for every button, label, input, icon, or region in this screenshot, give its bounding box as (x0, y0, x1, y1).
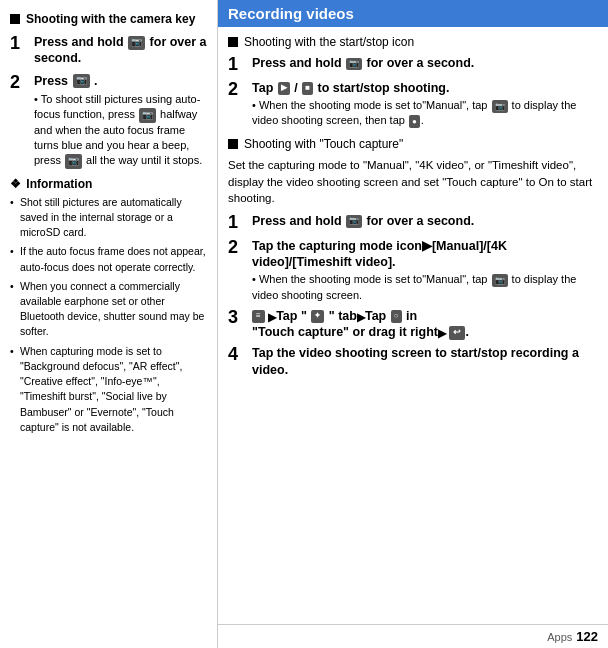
display-icon-r2: 📷 (492, 274, 508, 287)
right-step-2-4-text: Tap the video shooting screen to start/s… (252, 345, 598, 378)
info-bullet-4: When capturing mode is set to "Backgroun… (10, 344, 207, 435)
right-step-2-3-text: ≡ ▶Tap " ✦ " tab▶Tap ○ in"Touch capture"… (252, 308, 598, 341)
section2-bullet (228, 139, 238, 149)
right-step-1-2-content: Tap ▶ / ■ to start/stop shooting. • When… (252, 80, 598, 129)
section1-bullet (228, 37, 238, 47)
right-step-2-4-content: Tap the video shooting screen to start/s… (252, 345, 598, 378)
info-bullet-1: Shot still pictures are automatically sa… (10, 195, 207, 241)
tab-icon-3: ✦ (311, 310, 324, 322)
right-step-2-1-text: Press and hold 📷 for over a second. (252, 213, 598, 229)
footer-page: 122 (576, 629, 598, 644)
step-1-text: Press and hold 📷 for over a second. (34, 34, 207, 67)
step-1-content: Press and hold 📷 for over a second. (34, 34, 207, 67)
step-number-1: 1 (10, 34, 28, 67)
right-step-2-2-sub: • When the shooting mode is set to"Manua… (252, 272, 598, 303)
section2-header-row: Shooting with "Touch capture" (228, 137, 598, 151)
step-number-2: 2 (10, 73, 28, 169)
section1-header-row: Shooting with the start/stop icon (228, 35, 598, 49)
footer-label: Apps (547, 631, 572, 643)
display-icon-r1: 📷 (492, 100, 508, 113)
right-step-2-3-content: ≡ ▶Tap " ✦ " tab▶Tap ○ in"Touch capture"… (252, 308, 598, 341)
info-bullet-3: When you connect a commercially availabl… (10, 279, 207, 340)
left-step-1: 1 Press and hold 📷 for over a second. (10, 34, 207, 67)
step-2-content: Press 📷 . • To shoot still pictures usin… (34, 73, 207, 169)
right-step-number-1-1: 1 (228, 55, 246, 75)
right-step-1-1-text: Press and hold 📷 for over a second. (252, 55, 598, 71)
right-step-2-1-content: Press and hold 📷 for over a second. (252, 213, 598, 233)
camera-icon-r1: 📷 (346, 58, 362, 70)
right-step-number-2-1: 1 (228, 213, 246, 233)
left-section-header: Shooting with the camera key (10, 12, 207, 26)
right-step-2-3: 3 ≡ ▶Tap " ✦ " tab▶Tap ○ in"Touch captur… (228, 308, 598, 341)
right-column: Recording videos Shooting with the start… (218, 0, 608, 648)
camera-icon-2: 📷 (73, 74, 90, 88)
right-step-2-2: 2 Tap the capturing mode icon▶[Manual]/[… (228, 238, 598, 303)
stop-icon-r1: ■ (302, 82, 313, 94)
right-step-2-4: 4 Tap the video shooting screen to start… (228, 345, 598, 378)
touch-capture-intro: Set the capturing mode to "Manual", "4K … (228, 157, 598, 207)
info-bullet-2: If the auto focus frame does not appear,… (10, 244, 207, 274)
right-step-number-2-3: 3 (228, 308, 246, 341)
diamond-icon: ❖ (10, 177, 21, 191)
right-step-1-2-sub: • When the shooting mode is set to"Manua… (252, 98, 598, 129)
toggle-icon-3: ○ (391, 310, 402, 322)
step-2-text: Press 📷 . (34, 73, 207, 89)
left-column: Shooting with the camera key 1 Press and… (0, 0, 218, 648)
right-step-2-1: 1 Press and hold 📷 for over a second. (228, 213, 598, 233)
section2-title: Shooting with "Touch capture" (244, 137, 403, 151)
recording-videos-header: Recording videos (218, 0, 608, 27)
right-step-number-1-2: 2 (228, 80, 246, 129)
camera-icon-r2-1: 📷 (346, 215, 362, 227)
section-bullet-icon (10, 14, 20, 24)
video-icon-r1: ▶ (278, 82, 290, 94)
info-title: ❖ Information (10, 177, 207, 191)
section-touch-capture: Shooting with "Touch capture" Set the ca… (228, 137, 598, 378)
left-section-title: Shooting with the camera key (26, 12, 195, 26)
section1-title: Shooting with the start/stop icon (244, 35, 414, 49)
camera-icon-4: 📷 (65, 154, 82, 169)
right-step-2-2-content: Tap the capturing mode icon▶[Manual]/[4K… (252, 238, 598, 303)
right-step-1-2-text: Tap ▶ / ■ to start/stop shooting. (252, 80, 598, 96)
right-step-number-2-2: 2 (228, 238, 246, 303)
info-bullet-list: Shot still pictures are automatically sa… (10, 195, 207, 435)
menu-icon-3: ≡ (252, 310, 265, 322)
section-start-stop: Shooting with the start/stop icon 1 Pres… (228, 35, 598, 129)
step-2-sub: • To shoot still pictures using auto-foc… (34, 92, 207, 169)
right-step-1-1: 1 Press and hold 📷 for over a second. (228, 55, 598, 75)
footer: Apps 122 (218, 624, 608, 648)
camera-icon-3: 📷 (139, 108, 156, 123)
right-step-2-2-text: Tap the capturing mode icon▶[Manual]/[4K… (252, 238, 598, 271)
right-content: Shooting with the start/stop icon 1 Pres… (218, 27, 608, 624)
right-step-number-2-4: 4 (228, 345, 246, 378)
left-step-2: 2 Press 📷 . • To shoot still pictures us… (10, 73, 207, 169)
right-step-1-1-content: Press and hold 📷 for over a second. (252, 55, 598, 75)
camera-icon-1: 📷 (128, 36, 145, 50)
back-icon-3: ↩ (449, 326, 465, 340)
right-step-1-2: 2 Tap ▶ / ■ to start/stop shooting. • Wh… (228, 80, 598, 129)
tap-icon-r1: ● (409, 115, 420, 128)
info-section: ❖ Information Shot still pictures are au… (10, 177, 207, 435)
